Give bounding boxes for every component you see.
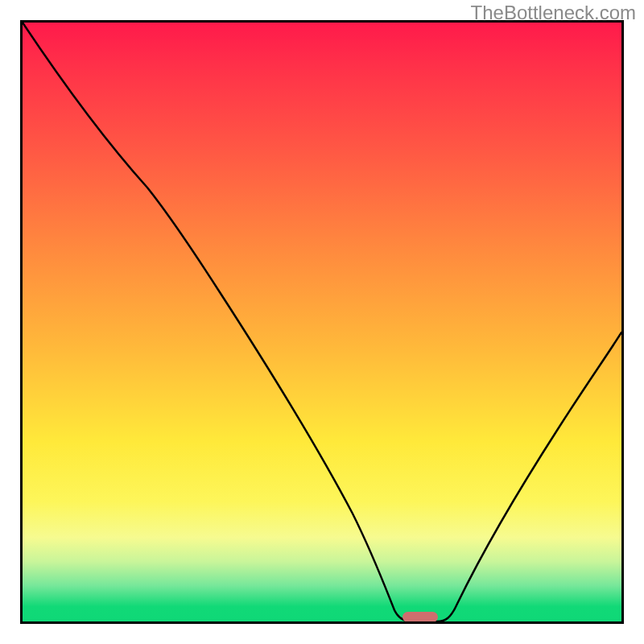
plot-area — [20, 20, 624, 624]
optimum-marker — [402, 612, 438, 621]
curve-layer — [23, 23, 621, 621]
bottleneck-curve — [23, 23, 621, 621]
chart-frame: TheBottleneck.com — [0, 0, 644, 644]
